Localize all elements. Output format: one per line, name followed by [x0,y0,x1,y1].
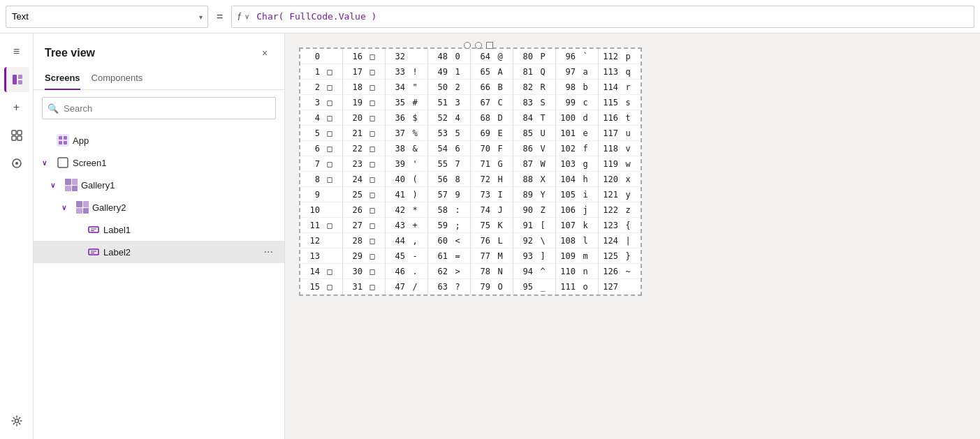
ascii-char-0-8: □ [323,174,337,184]
ascii-char-4-14: N [493,267,507,276]
control-select-dropdown[interactable]: Text [6,6,208,28]
tree-item-gallery2[interactable]: ∨ Gallery2 [34,196,284,218]
gallery2-expand-icon[interactable]: ∨ [61,204,73,211]
ascii-row-2-0: 32 [386,49,427,64]
ascii-row-3-1: 491 [428,64,470,80]
app-icon [56,133,70,147]
ascii-num-4-8: 72 [471,174,493,184]
gallery1-expand-icon[interactable]: ∨ [50,181,61,189]
tree-item-screen1[interactable]: ∨ Screen1 [34,151,284,174]
ascii-row-7-3: 115s [599,95,641,110]
ascii-num-2-15: 47 [386,282,408,292]
label2-more-button[interactable]: ··· [261,244,276,260]
hamburger-menu-icon[interactable]: ≡ [4,39,29,64]
ascii-char-2-6: & [408,144,422,154]
ascii-num-0-13: 13 [300,251,323,261]
add-icon[interactable]: + [4,95,29,120]
ascii-char-1-5: □ [365,128,379,138]
svg-rect-16 [89,227,98,232]
screen1-expand-icon[interactable]: ∨ [42,159,53,167]
settings-icon[interactable] [4,408,29,433]
ascii-row-2-14: 46. [386,264,427,279]
ascii-num-4-2: 66 [471,82,493,92]
tree-item-app[interactable]: App [34,129,284,151]
ascii-row-2-5: 37% [386,126,427,141]
ascii-num-0-3: 3 [300,98,323,107]
search-input[interactable] [42,97,276,119]
ascii-char-5-15: _ [536,282,550,292]
svg-rect-13 [59,141,62,144]
ascii-char-1-15: □ [365,282,379,292]
ascii-num-3-9: 57 [428,190,451,200]
media-icon[interactable] [4,151,29,176]
ascii-char-2-3: # [408,98,422,107]
ascii-num-1-1: 17 [343,67,365,77]
ascii-char-1-8: □ [365,174,379,184]
ascii-num-0-4: 4 [300,113,323,123]
ascii-char-7-5: u [621,128,635,138]
ascii-row-5-10: 90Z [513,202,555,218]
ascii-num-5-3: 83 [513,98,536,107]
ascii-num-4-0: 64 [471,52,493,61]
components-icon[interactable] [4,123,29,148]
tree-item-gallery1[interactable]: ∨ Gallery1 [34,174,284,196]
ascii-num-7-15: 127 [599,282,621,292]
ascii-num-1-2: 18 [343,82,365,92]
ascii-row-5-0: 80P [513,49,555,64]
svg-rect-12 [64,136,67,140]
ascii-column-3: 48049150251352453554655756857958:59;60<6… [428,49,470,295]
ascii-num-4-13: 77 [471,251,493,261]
ascii-char-6-1: a [578,67,592,77]
ascii-char-6-11: k [578,221,592,230]
ascii-num-0-7: 7 [300,159,323,169]
ascii-num-5-14: 94 [513,267,536,276]
ascii-num-2-11: 43 [386,221,408,230]
ascii-char-6-8: h [578,174,592,184]
tab-components[interactable]: Components [92,67,143,90]
ascii-num-1-9: 25 [343,190,365,200]
handle-square [486,42,493,49]
ascii-row-5-5: 85U [513,126,555,141]
ascii-num-0-9: 9 [300,190,323,200]
ascii-char-7-3: s [621,98,635,107]
ascii-num-4-9: 73 [471,190,493,200]
ascii-num-1-7: 23 [343,159,365,169]
ascii-num-1-14: 30 [343,267,365,276]
tree-item-label2[interactable]: Label2 ··· [34,241,284,263]
top-bar: Text ▾ = f ∨ Char( FullCode.Value ) [0,0,980,34]
ascii-char-4-12: L [493,236,507,246]
ascii-num-1-4: 20 [343,113,365,123]
ascii-char-1-14: □ [365,267,379,276]
tree-close-button[interactable]: × [256,45,273,61]
formula-chevron-icon: ∨ [244,13,249,20]
control-selector[interactable]: Text ▾ [6,6,208,28]
ascii-num-2-13: 45 [386,251,408,261]
ascii-num-6-4: 100 [556,113,578,123]
tab-screens[interactable]: Screens [45,67,80,90]
layers-icon[interactable] [4,67,29,92]
ascii-char-1-1: □ [365,67,379,77]
ascii-num-2-12: 44 [386,236,408,246]
formula-bar[interactable]: f ∨ Char( FullCode.Value ) [231,6,974,28]
ascii-num-7-2: 114 [599,82,621,92]
tree-item-label1[interactable]: Label1 [34,218,284,241]
ascii-row-3-9: 579 [428,187,470,202]
ascii-char-3-13: = [451,251,465,261]
ascii-num-5-9: 89 [513,190,536,200]
tree-header: Tree view × [34,34,284,67]
ascii-row-5-3: 83S [513,95,555,110]
ascii-row-7-15: 127 [599,279,641,295]
svg-rect-4 [17,131,22,135]
main-layout: ≡ + [0,34,980,439]
ascii-num-5-7: 87 [513,159,536,169]
ascii-num-0-10: 10 [300,205,323,215]
ascii-num-6-0: 96 [556,52,578,61]
ascii-char-0-11: □ [323,221,337,230]
ascii-row-2-12: 44, [386,233,427,248]
ascii-char-6-0: ` [578,52,592,61]
ascii-num-3-7: 55 [428,159,451,169]
ascii-num-6-12: 108 [556,236,578,246]
equals-icon: = [214,10,226,23]
ascii-row-5-1: 81Q [513,64,555,80]
label2-icon [87,245,101,259]
